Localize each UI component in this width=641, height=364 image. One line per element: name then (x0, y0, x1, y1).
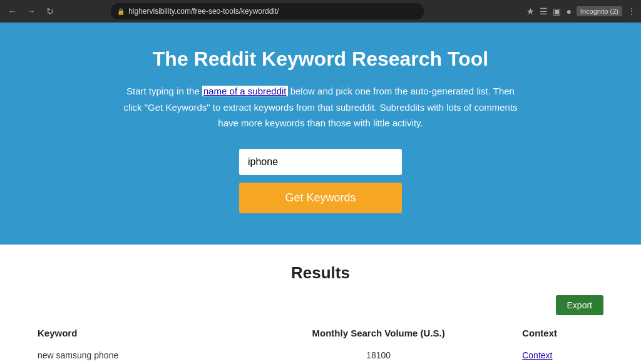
column-header-context: Context (510, 323, 603, 345)
address-bar[interactable]: 🔒 highervisibility.com/free-seo-tools/ke… (111, 3, 424, 19)
results-table: Keyword Monthly Search Volume (U.S.) Con… (38, 323, 603, 365)
incognito-badge[interactable]: Incognito (2) (577, 6, 622, 16)
lock-icon: 🔒 (117, 8, 125, 15)
hero-description: Start typing in the name of a subreddit … (120, 83, 521, 131)
volume-cell: 18100 (247, 345, 510, 365)
url-text: highervisibility.com/free-seo-tools/keyw… (128, 7, 279, 16)
profile-icon[interactable]: ● (566, 6, 571, 16)
column-header-volume: Monthly Search Volume (U.S.) (247, 323, 510, 345)
page-title: The Reddit Keyword Research Tool (13, 48, 628, 71)
browser-actions: ★ ☰ ▣ ● Incognito (2) ⋮ (526, 6, 636, 16)
export-button[interactable]: Export (556, 295, 603, 315)
window-icon[interactable]: ▣ (553, 6, 561, 16)
table-header-row: Keyword Monthly Search Volume (U.S.) Con… (38, 323, 603, 345)
keyword-cell: new samsung phone (38, 345, 247, 365)
reload-button[interactable]: ↻ (43, 4, 58, 19)
context-link[interactable]: Context (522, 350, 552, 360)
forward-button[interactable]: → (24, 4, 39, 19)
browser-chrome: ← → ↻ 🔒 highervisibility.com/free-seo-to… (0, 0, 641, 23)
tab-strip-icon[interactable]: ☰ (540, 6, 548, 16)
subreddit-input[interactable] (239, 149, 402, 175)
get-keywords-button[interactable]: Get Keywords (239, 183, 402, 213)
column-header-keyword: Keyword (38, 323, 247, 345)
description-text-1: Start typing in the (126, 86, 202, 96)
results-section: Results Export Keyword Monthly Search Vo… (0, 245, 641, 365)
back-button[interactable]: ← (5, 4, 20, 19)
hero-section: The Reddit Keyword Research Tool Start t… (0, 23, 641, 245)
menu-icon[interactable]: ⋮ (627, 6, 636, 16)
star-icon[interactable]: ★ (526, 6, 535, 16)
results-title: Results (38, 263, 603, 283)
context-cell: Context (510, 345, 603, 365)
export-row: Export (38, 295, 603, 315)
table-row: new samsung phone 18100 Context (38, 345, 603, 365)
subreddit-link[interactable]: name of a subreddit (202, 86, 288, 96)
